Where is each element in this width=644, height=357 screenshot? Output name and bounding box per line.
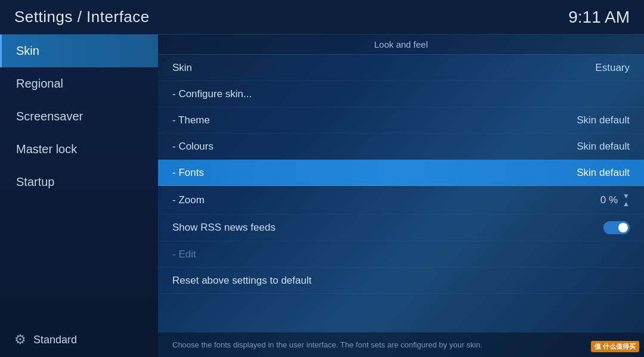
zoom-arrows: ▼ ▲ [623,193,630,207]
standard-label: Standard [33,334,77,346]
sidebar-item-regional[interactable]: Regional [0,67,158,100]
watermark: 值 什么值得买 [591,341,639,352]
sidebar-item-master-lock[interactable]: Master lock [0,133,158,166]
gear-icon: ⚙ [14,332,26,347]
setting-value-theme: Skin default [577,114,630,126]
sidebar-item-screensaver[interactable]: Screensaver [0,100,158,133]
page-title: Settings / Interface [14,8,150,26]
description-text: Choose the fonts displayed in the user i… [172,340,482,349]
setting-row-zoom[interactable]: - Zoom 0 % ▼ ▲ [158,186,644,215]
setting-row-edit[interactable]: - Edit [158,241,644,268]
header: Settings / Interface 9:11 AM [0,0,644,35]
sidebar: Skin Regional Screensaver Master lock St… [0,35,158,357]
description-bar: Choose the fonts displayed in the user i… [158,332,644,357]
setting-label-colours: - Colours [172,141,213,153]
setting-row-skin[interactable]: Skin Estuary [158,55,644,81]
setting-row-fonts[interactable]: - Fonts Skin default [158,160,644,186]
section-header: Look and feel [158,35,644,55]
setting-row-rss[interactable]: Show RSS news feeds [158,215,644,241]
setting-label-skin: Skin [172,62,192,74]
sidebar-item-startup[interactable]: Startup [0,166,158,198]
rss-toggle[interactable] [603,221,630,234]
setting-row-theme[interactable]: - Theme Skin default [158,107,644,134]
sidebar-item-skin[interactable]: Skin [0,35,158,67]
setting-value-skin: Estuary [595,62,630,74]
zoom-up-arrow[interactable]: ▲ [623,200,630,207]
setting-label-zoom: - Zoom [172,194,205,206]
zoom-controls: 0 % ▼ ▲ [600,193,630,207]
main-container: Skin Regional Screensaver Master lock St… [0,35,644,357]
setting-value-colours: Skin default [577,141,630,153]
setting-label-theme: - Theme [172,114,210,126]
setting-row-configure-skin[interactable]: - Configure skin... [158,81,644,107]
setting-label-edit: - Edit [172,249,196,260]
sidebar-bottom[interactable]: ⚙ Standard [0,322,158,357]
setting-label-reset: Reset above settings to default [172,275,311,287]
clock: 9:11 AM [568,8,630,27]
setting-value-fonts: Skin default [577,167,630,179]
content-area: Look and feel Skin Estuary - Configure s… [158,35,644,357]
zoom-down-arrow[interactable]: ▼ [623,193,630,200]
zoom-value: 0 % [600,194,618,206]
setting-label-configure-skin: - Configure skin... [172,88,252,100]
setting-label-rss: Show RSS news feeds [172,222,275,234]
setting-row-colours[interactable]: - Colours Skin default [158,134,644,160]
setting-label-fonts: - Fonts [172,167,204,179]
settings-list: Skin Estuary - Configure skin... - Theme… [158,55,644,332]
setting-row-reset[interactable]: Reset above settings to default [158,268,644,294]
